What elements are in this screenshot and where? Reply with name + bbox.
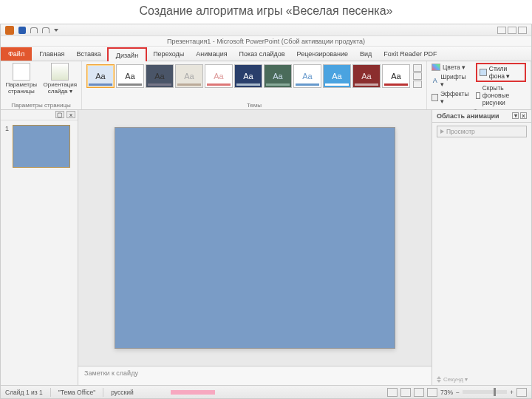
view-normal-button[interactable] (387, 388, 398, 397)
maximize-button[interactable] (508, 27, 516, 34)
fit-to-window-button[interactable] (516, 388, 527, 397)
app-window: Презентация1 - Microsoft PowerPoint (Сбо… (0, 24, 532, 399)
tab-review[interactable]: Рецензирование (291, 47, 355, 61)
group-label-themes: Темы (86, 101, 422, 109)
zoom-percent[interactable]: 73% (440, 389, 453, 396)
slide-canvas[interactable] (78, 110, 432, 366)
checkbox-icon (476, 92, 480, 99)
thumbs-tab-outline[interactable]: ▢ (55, 111, 64, 118)
animation-pane-dropdown[interactable]: ▾ (512, 112, 519, 119)
close-button[interactable] (518, 27, 527, 34)
effects-button[interactable]: Эффекты ▾ (432, 89, 470, 106)
status-language[interactable]: русский (111, 389, 134, 396)
save-icon[interactable] (18, 27, 26, 34)
tab-design[interactable]: Дизайн (107, 47, 147, 61)
view-slideshow-button[interactable] (427, 388, 437, 397)
undo-icon[interactable] (30, 27, 38, 33)
animation-pane: Область анимации ▾x Просмотр Секунд ▾ (432, 110, 531, 385)
view-reading-button[interactable] (414, 388, 424, 397)
colors-button[interactable]: Цвета ▾ (432, 63, 470, 72)
ribbon-group-themes: AaAaAaAaAaAaAaAaAaAaAa Темы (82, 61, 427, 109)
powerpoint-icon (5, 26, 14, 35)
page-setup-button[interactable]: Параметры страницы (5, 63, 38, 95)
window-title: Презентация1 - Microsoft PowerPoint (Сбо… (1, 36, 531, 47)
play-icon (440, 129, 444, 134)
colors-icon (432, 64, 440, 71)
themes-scroll-up[interactable] (413, 64, 422, 72)
tab-insert[interactable]: Вставка (70, 47, 106, 61)
fonts-button[interactable]: AШрифты ▾ (432, 72, 470, 89)
theme-thumb-1[interactable]: Aa (116, 64, 144, 88)
effects-icon (432, 94, 438, 101)
redo-icon[interactable] (42, 27, 50, 33)
theme-thumb-9[interactable]: Aa (352, 64, 381, 88)
page-heading: Создание алгоритма игры «Веселая песенка… (0, 0, 532, 24)
view-sorter-button[interactable] (400, 388, 411, 397)
theme-thumb-8[interactable]: Aa (323, 64, 351, 88)
quick-access-toolbar (1, 24, 531, 36)
fonts-icon: A (432, 77, 438, 84)
notes-pane[interactable]: Заметки к слайду (78, 366, 432, 385)
status-slide-count: Слайд 1 из 1 (5, 389, 43, 396)
status-bar: Слайд 1 из 1 "Тема Office" русский 73% −… (1, 385, 531, 398)
zoom-out-button[interactable]: − (456, 389, 460, 396)
ribbon-tabs: Файл Главная Вставка Дизайн Переходы Ани… (1, 47, 531, 61)
slide-thumbnail-1[interactable]: 1 (5, 125, 73, 168)
current-slide[interactable] (115, 127, 395, 349)
tab-view[interactable]: Вид (354, 47, 378, 61)
qat-dropdown-icon[interactable] (54, 29, 58, 32)
editor-area: Заметки к слайду (78, 110, 432, 385)
orientation-icon (51, 63, 69, 81)
theme-thumb-5[interactable]: Aa (234, 64, 262, 88)
zoom-in-button[interactable]: + (510, 389, 514, 396)
status-accent-bar (171, 390, 215, 395)
ribbon-group-page-setup: Параметры страницы Ориентация слайда ▾ П… (1, 61, 82, 109)
slide-thumb-preview (13, 125, 70, 168)
animation-pane-title: Область анимации (437, 112, 499, 120)
slide-thumbnails-pane: ▢ x 1 (1, 110, 78, 385)
ribbon-group-background: Цвета ▾ AШрифты ▾ Эффекты ▾ Стили фона ▾… (427, 61, 531, 109)
ribbon: Параметры страницы Ориентация слайда ▾ П… (1, 61, 531, 110)
page-setup-icon (13, 63, 30, 81)
tab-animation[interactable]: Анимация (190, 47, 233, 61)
tab-slideshow[interactable]: Показ слайдов (233, 47, 291, 61)
hide-bg-graphics-checkbox[interactable]: Скрыть фоновые рисунки (476, 83, 526, 107)
theme-thumb-6[interactable]: Aa (264, 64, 292, 88)
slide-number: 1 (5, 125, 10, 168)
theme-thumb-3[interactable]: Aa (175, 64, 203, 88)
file-tab[interactable]: Файл (1, 47, 32, 61)
theme-thumb-0[interactable]: Aa (86, 64, 115, 88)
tab-transitions[interactable]: Переходы (147, 47, 190, 61)
theme-thumb-7[interactable]: Aa (293, 64, 321, 88)
animation-seconds[interactable]: Секунд ▾ (443, 376, 468, 383)
themes-scroll-more[interactable] (413, 81, 422, 88)
tab-foxit[interactable]: Foxit Reader PDF (378, 47, 443, 61)
theme-thumb-10[interactable]: Aa (382, 64, 410, 88)
background-styles-button[interactable]: Стили фона ▾ (476, 63, 526, 82)
work-area: ▢ x 1 Заметки к слайду Область анимации … (1, 110, 531, 385)
tab-home[interactable]: Главная (33, 47, 70, 61)
theme-thumb-4[interactable]: Aa (205, 64, 233, 88)
group-label-page: Параметры страницы (5, 101, 77, 109)
background-styles-icon (480, 69, 487, 76)
slide-orientation-button[interactable]: Ориентация слайда ▾ (44, 63, 77, 95)
thumbs-close-button[interactable]: x (66, 111, 75, 118)
minimize-button[interactable] (497, 27, 506, 34)
animation-pane-close[interactable]: x (520, 112, 527, 119)
theme-thumb-2[interactable]: Aa (146, 64, 174, 88)
themes-scroll-down[interactable] (413, 72, 422, 80)
zoom-slider[interactable] (463, 390, 507, 394)
status-theme: "Тема Office" (58, 389, 95, 396)
animation-preview-button[interactable]: Просмотр (437, 126, 527, 137)
